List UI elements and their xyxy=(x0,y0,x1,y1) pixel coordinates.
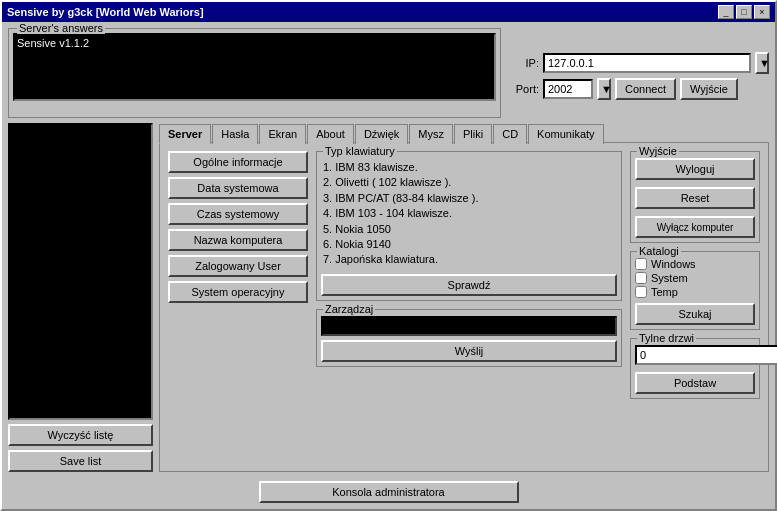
window-title: Sensive by g3ck [World Web Wariors] xyxy=(7,6,204,18)
tab-bar: Server Hasła Ekran About Dźwięk Mysz Pli… xyxy=(159,123,769,143)
kb-item-2: 2. Olivetti ( 102 klawisze ). xyxy=(323,175,615,190)
wyczysc-button[interactable]: Wyczyść listę xyxy=(8,424,153,446)
czas-button[interactable]: Czas systemowy xyxy=(168,203,308,225)
save-list-button[interactable]: Save list xyxy=(8,450,153,472)
system-button[interactable]: System operacyjny xyxy=(168,281,308,303)
zalogowany-button[interactable]: Zalogowany User xyxy=(168,255,308,277)
ip-dropdown-button[interactable]: ▼ xyxy=(755,52,769,74)
tab-komunikaty[interactable]: Komunikaty xyxy=(528,124,603,144)
katalogi-temp-label: Temp xyxy=(651,286,678,298)
katalogi-windows-item: Windows xyxy=(635,258,755,270)
tylne-drzwi-input[interactable] xyxy=(635,345,777,365)
katalogi-windows-check[interactable] xyxy=(635,258,647,270)
reset-button[interactable]: Reset xyxy=(635,187,755,209)
tab-ekran[interactable]: Ekran xyxy=(259,124,306,144)
tab-mysz[interactable]: Mysz xyxy=(409,124,453,144)
katalogi-temp-check[interactable] xyxy=(635,286,647,298)
katalogi-system-check[interactable] xyxy=(635,272,647,284)
wylacz-button[interactable]: Wyłącz komputer xyxy=(635,216,755,238)
server-answers-group: Server's answers xyxy=(8,28,501,118)
zarzadzaj-label: Zarządzaj xyxy=(323,303,375,315)
ip-row: IP: ▼ xyxy=(509,52,769,74)
kb-item-4: 4. IBM 103 - 104 klawisze. xyxy=(323,206,615,221)
katalogi-label: Katalogi xyxy=(637,245,681,257)
podstaw-button[interactable]: Podstaw xyxy=(635,372,755,394)
maximize-button[interactable]: □ xyxy=(736,5,752,19)
tab-hasla[interactable]: Hasła xyxy=(212,124,258,144)
wyjscie-section-label: Wyjście xyxy=(637,145,679,157)
tylne-drzwi-section: Tylne drzwi ▲ ▼ Podstaw xyxy=(630,338,760,399)
server-right: Wyjście Wyloguj Reset Wyłącz komputer Ka… xyxy=(630,151,760,463)
szukaj-button[interactable]: Szukaj xyxy=(635,303,755,325)
ogolne-button[interactable]: Ogólne informacje xyxy=(168,151,308,173)
katalogi-system-item: System xyxy=(635,272,755,284)
wyjscie-top-button[interactable]: Wyjście xyxy=(680,78,738,100)
sprawdz-button[interactable]: Sprawdź xyxy=(321,274,617,296)
katalogi-system-label: System xyxy=(651,272,688,284)
katalogi-section: Katalogi Windows System Te xyxy=(630,251,760,330)
title-bar-buttons: _ □ × xyxy=(718,5,770,19)
zarzadzaj-group: Zarządzaj Wyślij xyxy=(316,309,622,367)
kb-item-1: 1. IBM 83 klawisze. xyxy=(323,160,615,175)
kb-item-3: 3. IBM PC/AT (83-84 klawisze ). xyxy=(323,191,615,206)
kb-item-6: 6. Nokia 9140 xyxy=(323,237,615,252)
port-dropdown-button[interactable]: ▼ xyxy=(597,78,611,100)
top-section: Server's answers IP: ▼ Port: ▼ Connect W… xyxy=(8,28,769,118)
tab-dzwiek[interactable]: Dźwięk xyxy=(355,124,408,144)
tab-server[interactable]: Server xyxy=(159,124,211,144)
tab-pliki[interactable]: Pliki xyxy=(454,124,492,144)
wyloguj-button[interactable]: Wyloguj xyxy=(635,158,755,180)
keyboard-label: Typ klawiatury xyxy=(323,145,397,157)
close-button[interactable]: × xyxy=(754,5,770,19)
server-left-buttons: Ogólne informacje Data systemowa Czas sy… xyxy=(168,151,308,463)
port-input[interactable] xyxy=(543,79,593,99)
tab-cd[interactable]: CD xyxy=(493,124,527,144)
window-content: Server's answers IP: ▼ Port: ▼ Connect W… xyxy=(2,22,775,509)
minimize-button[interactable]: _ xyxy=(718,5,734,19)
katalogi-windows-label: Windows xyxy=(651,258,696,270)
bottom-bar: Konsola administratora xyxy=(8,481,769,503)
main-window: Sensive by g3ck [World Web Wariors] _ □ … xyxy=(0,0,777,511)
kb-item-7: 7. Japońska klawiatura. xyxy=(323,252,615,267)
server-answers-label: Server's answers xyxy=(17,22,105,34)
tab-about[interactable]: About xyxy=(307,124,354,144)
server-middle: Typ klawiatury 1. IBM 83 klawisze. 2. Ol… xyxy=(316,151,622,463)
data-button[interactable]: Data systemowa xyxy=(168,177,308,199)
wyslij-button[interactable]: Wyślij xyxy=(321,340,617,362)
left-panel: Wyczyść listę Save list xyxy=(8,123,153,472)
spinner-container: ▲ ▼ xyxy=(635,345,755,365)
right-panel: Server Hasła Ekran About Dźwięk Mysz Pli… xyxy=(159,123,769,472)
katalogi-temp-item: Temp xyxy=(635,286,755,298)
server-textarea[interactable] xyxy=(13,33,496,101)
konsola-button[interactable]: Konsola administratora xyxy=(259,481,519,503)
preview-box xyxy=(8,123,153,420)
ip-label: IP: xyxy=(509,57,539,69)
tab-content-server: Ogólne informacje Data systemowa Czas sy… xyxy=(159,142,769,472)
keyboard-group: Typ klawiatury 1. IBM 83 klawisze. 2. Ol… xyxy=(316,151,622,301)
zarzadzaj-input[interactable] xyxy=(321,316,617,336)
keyboard-list: 1. IBM 83 klawisze. 2. Olivetti ( 102 kl… xyxy=(321,158,617,270)
tylne-drzwi-label: Tylne drzwi xyxy=(637,332,696,344)
wyjscie-section: Wyjście Wyloguj Reset Wyłącz komputer xyxy=(630,151,760,243)
ip-input[interactable] xyxy=(543,53,751,73)
title-bar: Sensive by g3ck [World Web Wariors] _ □ … xyxy=(2,2,775,22)
main-section: Wyczyść listę Save list Server Hasła Ekr… xyxy=(8,123,769,472)
connect-button[interactable]: Connect xyxy=(615,78,676,100)
connection-panel: IP: ▼ Port: ▼ Connect Wyjście xyxy=(509,28,769,118)
port-label: Port: xyxy=(509,83,539,95)
port-row: Port: ▼ Connect Wyjście xyxy=(509,78,769,100)
nazwa-button[interactable]: Nazwa komputera xyxy=(168,229,308,251)
kb-item-5: 5. Nokia 1050 xyxy=(323,222,615,237)
